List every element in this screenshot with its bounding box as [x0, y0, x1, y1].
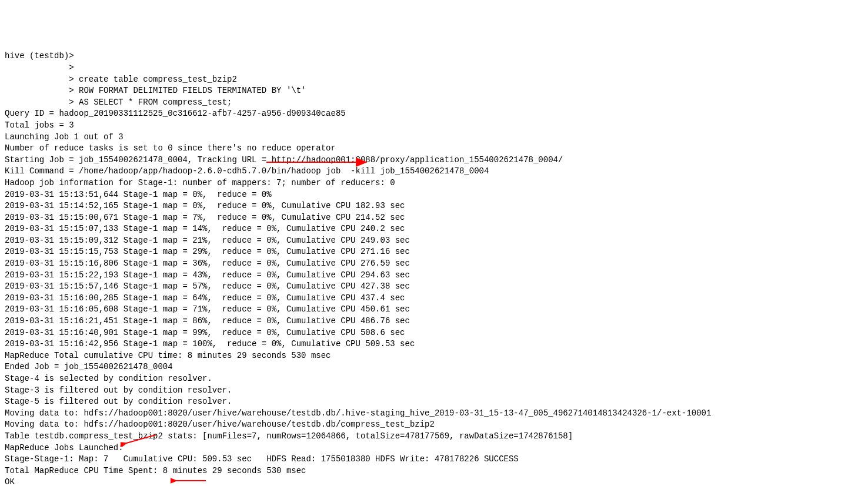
terminal-output: hive (testdb)> > > create table compress… [5, 51, 863, 486]
